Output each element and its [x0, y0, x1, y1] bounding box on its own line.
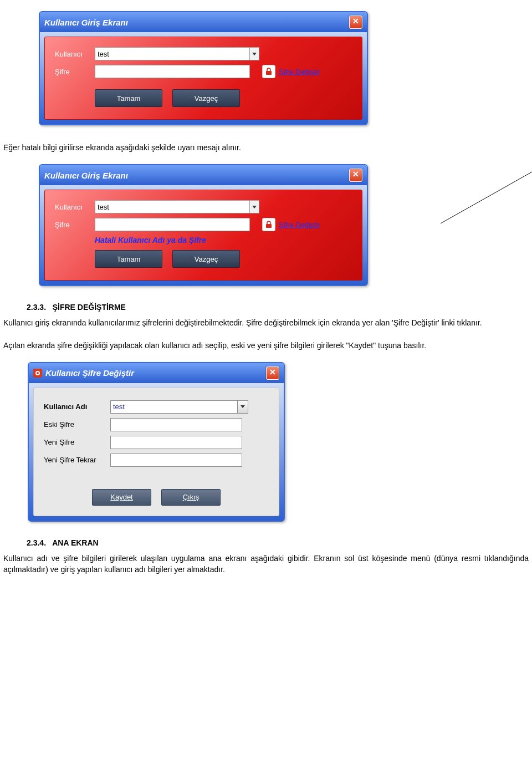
- titlebar: Kullanıcı Giriş Ekranı ✕: [40, 165, 367, 185]
- dialog-title: Kullanıcı Giriş Ekranı: [44, 171, 128, 180]
- svg-rect-1: [266, 71, 272, 75]
- app-icon: [33, 369, 42, 378]
- svg-rect-4: [266, 224, 272, 228]
- lock-icon: [262, 65, 275, 78]
- password-change-dialog: Kullanıcı Şifre Değiştir ✕ Kullanıcı Adı…: [28, 362, 532, 522]
- section-heading-233: 2.3.3. ŞİFRE DEĞİŞTİRME: [27, 303, 532, 312]
- chevron-down-icon[interactable]: [250, 47, 259, 60]
- titlebar: Kullanıcı Şifre Değiştir ✕: [29, 363, 284, 383]
- password-input[interactable]: [95, 65, 250, 78]
- repeat-password-label: Yeni Şifre Tekrar: [44, 456, 110, 464]
- paragraph-2: Kullanıcı giriş ekranında kullanıcılarım…: [3, 317, 529, 328]
- titlebar: Kullanıcı Giriş Ekranı ✕: [40, 12, 367, 32]
- old-password-label: Eski Şifre: [44, 420, 110, 429]
- svg-marker-3: [252, 206, 257, 208]
- dialog-title: Kullanıcı Şifre Değiştir: [45, 368, 134, 378]
- cancel-button[interactable]: Vazgeç: [172, 250, 240, 268]
- paragraph-4: Kullanıcı adı ve şifre bilgileri giriler…: [3, 553, 529, 575]
- error-message: Hatali Kullanıcı Adı ya da Şifre: [95, 236, 352, 245]
- login-panel: Kullanıcı test Şifre Şifre Değ: [44, 190, 362, 281]
- user-input[interactable]: test: [95, 200, 250, 213]
- user-label: Kullanıcı: [55, 50, 95, 58]
- ok-button[interactable]: Tamam: [95, 89, 162, 107]
- lock-icon: [262, 218, 275, 231]
- ok-button[interactable]: Tamam: [95, 250, 162, 268]
- login-dialog-1: Kullanıcı Giriş Ekranı ✕ Kullanıcı test …: [39, 11, 532, 125]
- user-label: Kullanıcı: [55, 203, 95, 211]
- svg-point-6: [37, 372, 39, 374]
- dialog-title: Kullanıcı Giriş Ekranı: [44, 18, 128, 27]
- change-password-link[interactable]: Şifre Değiştir: [279, 221, 320, 229]
- new-password-input[interactable]: [110, 436, 242, 449]
- paragraph-3: Açılan ekranda şifre değişikliği yapılac…: [3, 340, 529, 351]
- close-icon[interactable]: ✕: [266, 366, 279, 380]
- close-icon[interactable]: ✕: [349, 169, 362, 182]
- login-panel: Kullanıcı test Şifre Şifre Değ: [44, 37, 362, 120]
- new-password-label: Yeni Şifre: [44, 438, 110, 446]
- user-combo-input[interactable]: test: [110, 400, 238, 414]
- login-dialog-2: Hatalı giriş Kullanıcı Giriş Ekranı ✕ Ku…: [39, 164, 532, 286]
- chevron-down-icon[interactable]: [238, 400, 248, 414]
- password-input[interactable]: [95, 218, 250, 231]
- exit-button[interactable]: Çıkış: [161, 489, 221, 506]
- password-label: Şifre: [55, 221, 95, 229]
- paragraph-1: Eğer hatalı bilgi girilirse ekranda aşağ…: [3, 142, 529, 153]
- password-panel: Kullanıcı Adı test Eski Şifre Yeni Şifre: [33, 388, 279, 516]
- callout-line: [388, 171, 532, 237]
- change-password-link[interactable]: Şifre Değiştir: [279, 68, 320, 76]
- cancel-button[interactable]: Vazgeç: [172, 89, 240, 107]
- password-label: Şifre: [55, 68, 95, 76]
- user-input[interactable]: test: [95, 47, 250, 60]
- old-password-input[interactable]: [110, 418, 242, 431]
- chevron-down-icon[interactable]: [250, 200, 259, 213]
- repeat-password-input[interactable]: [110, 454, 242, 467]
- user-combo[interactable]: test: [95, 47, 259, 60]
- svg-marker-0: [252, 53, 257, 55]
- user-label: Kullanıcı Adı: [44, 403, 110, 411]
- close-icon[interactable]: ✕: [349, 16, 362, 29]
- save-button[interactable]: Kaydet: [92, 489, 151, 506]
- svg-line-2: [441, 172, 532, 223]
- user-combo[interactable]: test: [95, 200, 259, 213]
- svg-marker-7: [241, 405, 245, 408]
- section-heading-234: 2.3.4. ANA EKRAN: [27, 538, 532, 547]
